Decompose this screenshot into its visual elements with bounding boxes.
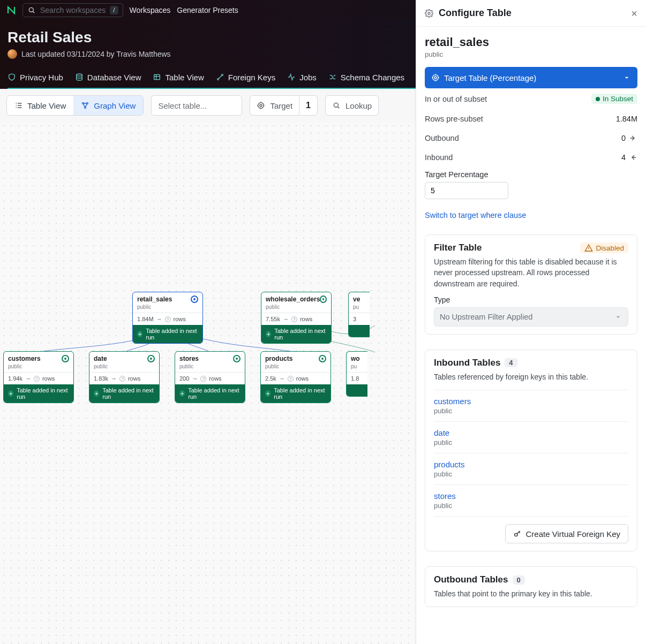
graph-node-wholesale-orders[interactable]: wholesale_orders public 7.55k→?rows +Tab…	[261, 292, 332, 344]
table-name-heading: retail_sales	[425, 35, 637, 49]
filter-description: Upstream filtering for this table is dis…	[434, 256, 628, 289]
tab-table-view[interactable]: Table View	[153, 73, 204, 82]
svg-point-6	[87, 103, 88, 104]
filter-table-card: Filter Table Disabled Upstream filtering…	[425, 234, 637, 335]
search-icon	[27, 6, 36, 14]
svg-point-9	[260, 104, 262, 107]
search-workspaces-input[interactable]: Search workspaces /	[22, 3, 123, 17]
view-toggle: Table View Graph View	[6, 95, 144, 116]
svg-point-3	[217, 79, 219, 80]
table-view-button[interactable]: Table View	[7, 96, 73, 115]
select-table-dropdown[interactable]: Select table...	[151, 95, 242, 116]
svg-point-4	[221, 74, 223, 76]
gear-icon	[425, 9, 433, 18]
last-updated-meta: Last updated 03/11/2024 by Travis Matthe…	[21, 50, 171, 58]
plus-icon: +	[265, 390, 271, 397]
graph-node-stores[interactable]: stores public 200→?rows +Table added in …	[175, 351, 245, 403]
chevron-down-icon	[614, 313, 622, 321]
inbound-item-stores[interactable]: stores public	[434, 485, 628, 517]
target-icon	[233, 355, 241, 362]
subset-label: In or out of subset	[425, 95, 487, 103]
target-icon	[431, 73, 440, 82]
inbound-arrow-icon[interactable]	[629, 153, 637, 162]
switch-where-clause-link[interactable]: Switch to target where clause	[425, 211, 637, 219]
inbound-count-badge: 4	[505, 358, 517, 367]
graph-node-date[interactable]: date public 1.83k→?rows +Table added in …	[89, 351, 160, 403]
search-icon	[332, 101, 341, 110]
activity-icon	[287, 73, 296, 81]
inbound-item-customers[interactable]: customers public	[434, 390, 628, 422]
inbound-description: Tables referenced by foreign keys in thi…	[434, 372, 628, 382]
tab-jobs[interactable]: Jobs	[287, 73, 317, 82]
plus-icon: +	[94, 390, 99, 397]
svg-point-11	[428, 12, 430, 14]
outbound-value: 0	[621, 134, 626, 142]
graph-node-retail-sales[interactable]: retail_sales public 1.84M→?rows +Table a…	[132, 292, 203, 344]
graph-node-products[interactable]: products public 2.5k→?rows +Table added …	[260, 351, 331, 403]
inbound-item-date[interactable]: date public	[434, 422, 628, 453]
lookup-button[interactable]: Lookup	[325, 95, 379, 116]
target-icon	[191, 296, 198, 303]
inbound-item-products[interactable]: products public	[434, 453, 628, 485]
svg-point-13	[434, 77, 437, 79]
inbound-title: Inbound Tables	[434, 358, 500, 368]
outbound-title: Outbound Tables	[434, 574, 508, 585]
keyboard-shortcut-badge: /	[110, 6, 118, 14]
foreign-key-icon	[216, 73, 224, 81]
plus-icon: +	[137, 331, 142, 337]
rows-pre-subset-value: 1.84M	[616, 115, 637, 123]
filter-title: Filter Table	[434, 243, 482, 253]
avatar	[7, 49, 17, 59]
outbound-count-badge: 0	[513, 575, 525, 585]
target-icon	[62, 355, 69, 362]
target-percentage-input[interactable]	[425, 182, 508, 199]
tab-foreign-keys[interactable]: Foreign Keys	[216, 73, 275, 82]
graph-node-clipped-top[interactable]: ve pu 3	[348, 292, 370, 337]
target-percentage-label: Target Percentage	[425, 170, 637, 179]
configure-table-panel: Configure Table × retail_sales public Ta…	[416, 0, 646, 644]
outbound-description: Tables that point to the primary key in …	[434, 588, 628, 599]
database-icon	[75, 73, 84, 81]
create-virtual-fk-button[interactable]: Create Virtual Foreign Key	[505, 524, 628, 543]
graph-icon	[81, 101, 89, 110]
svg-point-0	[29, 7, 33, 12]
nav-generator-presets[interactable]: Generator Presets	[177, 6, 238, 14]
schema-label: public	[425, 50, 637, 58]
svg-point-1	[77, 74, 82, 76]
target-indicator[interactable]: Target 1	[250, 95, 318, 116]
svg-point-8	[258, 103, 264, 109]
filter-type-select[interactable]: No Upstream Filter Applied	[434, 307, 628, 327]
outbound-label: Outbound	[425, 134, 459, 142]
disabled-badge: Disabled	[580, 243, 628, 253]
tab-database-view[interactable]: Database View	[75, 73, 141, 82]
list-icon	[14, 101, 23, 110]
close-icon[interactable]: ×	[631, 8, 637, 19]
target-icon	[319, 355, 326, 362]
target-count: 1	[299, 96, 317, 115]
graph-view-button[interactable]: Graph View	[73, 96, 143, 115]
graph-node-customers[interactable]: customers public 1.94k→?rows +Table adde…	[3, 351, 74, 403]
outbound-arrow-icon[interactable]	[629, 134, 637, 142]
target-icon	[147, 355, 155, 362]
search-placeholder: Search workspaces	[40, 6, 106, 14]
tab-schema-changes[interactable]: Schema Changes	[328, 73, 404, 82]
plus-icon: +	[179, 390, 185, 397]
tab-privacy-hub[interactable]: Privacy Hub	[7, 73, 63, 82]
inbound-tables-card: Inbound Tables 4 Tables referenced by fo…	[425, 350, 637, 551]
svg-point-10	[334, 103, 338, 107]
graph-node-clipped-bottom[interactable]: wo pu 1.8	[346, 351, 367, 397]
svg-point-5	[82, 103, 84, 104]
svg-point-12	[433, 75, 439, 81]
target-icon	[257, 101, 265, 110]
in-subset-badge: In Subset	[591, 94, 637, 104]
shuffle-icon	[328, 73, 337, 81]
table-icon	[153, 73, 161, 81]
inbound-label: Inbound	[425, 153, 453, 162]
svg-rect-2	[154, 74, 160, 79]
target-icon	[320, 296, 327, 303]
target-table-dropdown[interactable]: Target Table (Percentage)	[425, 67, 637, 88]
warning-icon	[584, 244, 593, 252]
outbound-tables-card: Outbound Tables 0 Tables that point to t…	[425, 566, 637, 607]
nav-workspaces[interactable]: Workspaces	[130, 6, 171, 14]
filter-type-label: Type	[434, 296, 628, 304]
